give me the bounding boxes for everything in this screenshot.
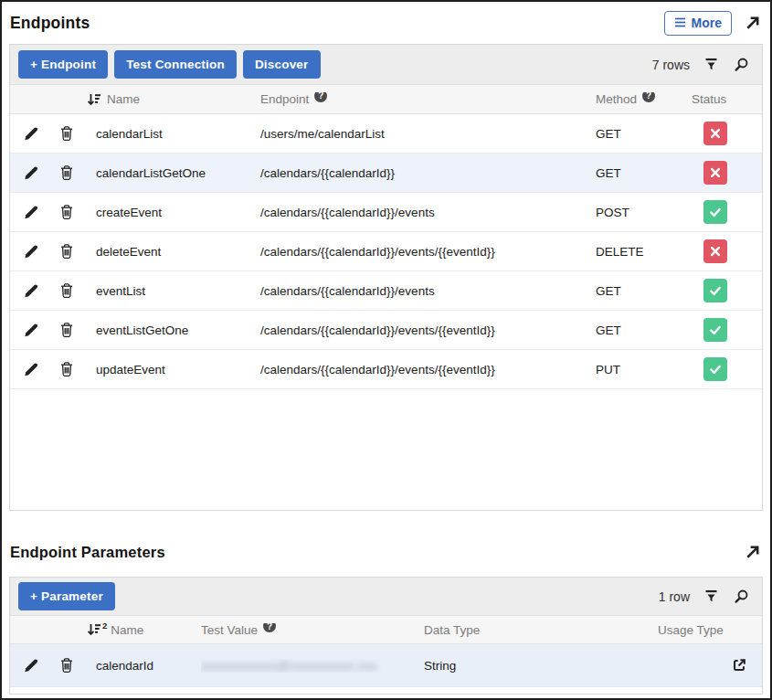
edit-icon[interactable] — [23, 283, 38, 299]
endpoint-name: updateEvent — [83, 363, 248, 377]
endpoint-method: GET — [575, 127, 677, 141]
data-type-column-label: Data Type — [424, 623, 480, 637]
discover-button[interactable]: Discover — [243, 50, 321, 79]
endpoint-row[interactable]: createEvent/calendars/{{calendarId}}/eve… — [10, 193, 762, 232]
parameter-row[interactable]: calendarIdxxxxxxxxxxxx@xxxxxxxxxx.xxxStr… — [10, 644, 762, 687]
column-header-endpoint[interactable]: Endpoint ? — [248, 92, 575, 106]
endpoint-row[interactable]: deleteEvent/calendars/{{calendarId}}/eve… — [10, 232, 762, 271]
help-icon[interactable]: ? — [642, 92, 655, 102]
test-value-blurred: xxxxxxxxxxxx@xxxxxxxxxx.xxx — [201, 659, 377, 673]
add-parameter-button[interactable]: + Parameter — [18, 582, 115, 610]
endpoint-path: /calendars/{{calendarId}}/events/{{event… — [248, 245, 575, 259]
delete-icon[interactable] — [59, 322, 74, 338]
expand-parameters-icon[interactable] — [744, 544, 761, 561]
endpoint-row[interactable]: calendarListGetOne/calendars/{{calendarI… — [10, 154, 762, 193]
search-icon[interactable] — [733, 589, 749, 605]
endpoints-title: Endpoints — [10, 14, 90, 33]
endpoints-table-empty-area — [10, 389, 762, 509]
endpoints-toolbar: + Endpoint Test Connection Discover 7 ro… — [10, 45, 762, 85]
column-header-name[interactable]: 2 Name — [83, 622, 201, 637]
endpoint-method: DELETE — [575, 245, 677, 259]
status-error-badge — [703, 122, 727, 145]
name-column-label: Name — [107, 92, 140, 106]
column-header-data-type[interactable]: Data Type — [424, 623, 650, 637]
endpoint-method: GET — [575, 166, 677, 180]
status-success-badge — [703, 279, 727, 302]
endpoint-path: /calendars/{{calendarId}}/events — [248, 284, 575, 298]
parameters-panel: + Parameter 1 row 2 Name — [9, 577, 763, 695]
parameters-toolbar: + Parameter 1 row — [10, 578, 762, 616]
usage-type-column-label: Usage Type — [658, 623, 724, 637]
endpoints-window: Endpoints More + Endpoint Test Connectio… — [0, 0, 772, 700]
delete-icon[interactable] — [59, 164, 74, 181]
edit-icon[interactable] — [23, 126, 38, 142]
more-button-label: More — [692, 15, 722, 31]
status-success-badge — [703, 318, 727, 342]
external-link-icon[interactable] — [731, 657, 747, 673]
test-value-column-label: Test Value — [201, 623, 258, 637]
expand-endpoints-icon[interactable] — [744, 15, 761, 32]
filter-icon[interactable] — [703, 589, 719, 604]
method-column-label: Method — [596, 92, 637, 106]
more-button[interactable]: More — [664, 11, 732, 36]
endpoint-row[interactable]: eventList/calendars/{{calendarId}}/event… — [10, 271, 762, 311]
search-icon[interactable] — [733, 57, 749, 73]
edit-icon[interactable] — [23, 323, 38, 338]
edit-icon[interactable] — [23, 362, 38, 377]
endpoint-method: GET — [575, 284, 677, 298]
delete-icon[interactable] — [59, 282, 74, 299]
endpoints-panel: + Endpoint Test Connection Discover 7 ro… — [9, 44, 763, 511]
delete-icon[interactable] — [59, 243, 74, 260]
endpoints-row-count: 7 rows — [652, 58, 690, 72]
column-header-name[interactable]: Name — [83, 92, 248, 107]
endpoint-row[interactable]: updateEvent/calendars/{{calendarId}}/eve… — [10, 350, 762, 389]
parameters-table-header: 2 Name Test Value ? Data Type Usage Type — [10, 616, 762, 644]
endpoint-path: /calendars/{{calendarId}}/events/{{event… — [248, 363, 575, 377]
endpoint-name: createEvent — [83, 206, 248, 219]
endpoint-name: calendarListGetOne — [83, 166, 248, 180]
delete-icon[interactable] — [59, 204, 74, 220]
name-column-label: Name — [111, 623, 143, 637]
status-success-badge — [703, 200, 727, 224]
parameters-row-count: 1 row — [659, 589, 690, 604]
help-icon[interactable]: ? — [263, 623, 276, 633]
delete-icon[interactable] — [59, 125, 74, 142]
column-header-method[interactable]: Method ? — [575, 92, 677, 106]
hamburger-icon — [674, 17, 686, 27]
parameters-section-header: Endpoint Parameters — [2, 511, 770, 577]
endpoint-name: eventList — [83, 284, 248, 298]
help-icon[interactable]: ? — [314, 92, 327, 102]
parameters-title: Endpoint Parameters — [10, 544, 165, 561]
filter-icon[interactable] — [703, 57, 719, 72]
edit-icon[interactable] — [23, 205, 38, 220]
endpoint-path: /calendars/{{calendarId}} — [248, 166, 575, 180]
column-header-test-value[interactable]: Test Value ? — [201, 623, 424, 637]
status-error-badge — [703, 161, 727, 185]
endpoint-method: GET — [575, 323, 677, 337]
status-success-badge — [703, 357, 727, 381]
endpoint-path: /calendars/{{calendarId}}/events/{{event… — [248, 323, 575, 337]
endpoint-row[interactable]: calendarList/users/me/calendarListGET — [10, 114, 762, 154]
delete-icon[interactable] — [59, 361, 74, 377]
edit-icon[interactable] — [23, 165, 38, 181]
delete-icon[interactable] — [59, 657, 74, 673]
column-header-status[interactable]: Status — [677, 92, 762, 106]
edit-icon[interactable] — [23, 244, 38, 260]
endpoint-column-label: Endpoint — [260, 92, 309, 106]
endpoints-table-header: Name Endpoint ? Method ? Status — [10, 85, 762, 114]
endpoints-table-body: calendarList/users/me/calendarListGETcal… — [10, 114, 762, 389]
endpoint-path: /users/me/calendarList — [248, 127, 575, 141]
endpoint-method: PUT — [575, 363, 677, 377]
column-header-usage-type[interactable]: Usage Type — [650, 623, 762, 637]
parameters-table-body: calendarIdxxxxxxxxxxxx@xxxxxxxxxx.xxxStr… — [10, 644, 762, 687]
parameter-name: calendarId — [83, 659, 201, 673]
status-error-badge — [703, 239, 727, 263]
test-connection-button[interactable]: Test Connection — [114, 50, 237, 79]
sort-descending-icon — [87, 622, 101, 637]
edit-icon[interactable] — [23, 658, 38, 673]
add-endpoint-button[interactable]: + Endpoint — [18, 50, 108, 79]
status-column-label: Status — [692, 92, 726, 106]
endpoint-row[interactable]: eventListGetOne/calendars/{{calendarId}}… — [10, 311, 762, 350]
endpoint-path: /calendars/{{calendarId}}/events — [248, 206, 575, 219]
endpoint-method: POST — [575, 206, 677, 219]
